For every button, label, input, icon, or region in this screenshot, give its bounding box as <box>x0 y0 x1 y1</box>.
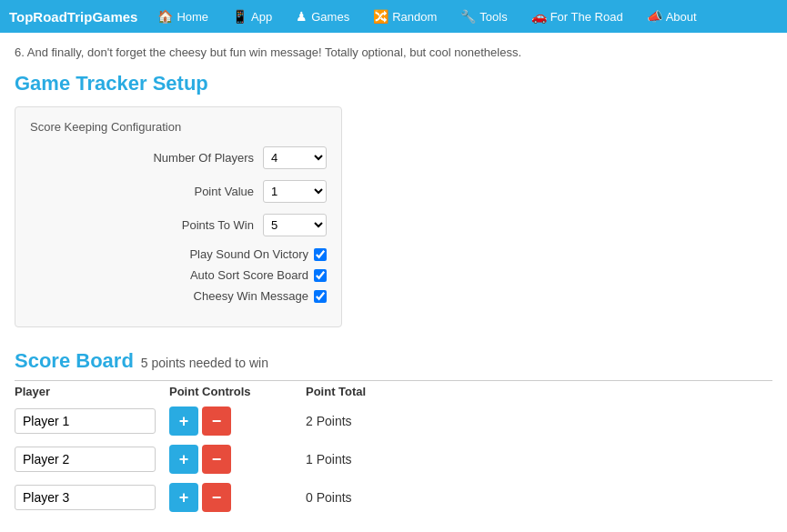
nav-item-app[interactable]: 📱App <box>221 4 283 29</box>
home-icon: 🏠 <box>157 9 173 24</box>
config-box-title: Score Keeping Configuration <box>30 120 327 134</box>
scoreboard-title: Score Board <box>15 349 134 373</box>
cheesy-win-checkbox[interactable] <box>314 290 327 303</box>
table-row: + − 2 Points <box>15 402 772 440</box>
cheesy-win-row: Cheesy Win Message <box>30 289 327 303</box>
nav-item-random[interactable]: 🔀Random <box>362 4 448 29</box>
table-row: + − 0 Points <box>15 478 772 517</box>
player-2-input[interactable] <box>15 447 156 472</box>
col-point-total: Point Total <box>306 385 415 398</box>
app-icon: 📱 <box>232 9 247 24</box>
player-3-plus-button[interactable]: + <box>169 483 198 512</box>
about-icon: 📣 <box>647 9 662 24</box>
point-value-label: Point Value <box>30 185 263 198</box>
player-1-total: 2 Points <box>306 414 415 428</box>
player-1-input[interactable] <box>15 408 156 434</box>
scoreboard-subtitle: 5 points needed to win <box>141 356 268 370</box>
point-value-select[interactable]: 12345 <box>263 180 327 203</box>
scoreboard-header: Score Board 5 points needed to win <box>15 349 772 373</box>
player-1-controls: + − <box>169 407 306 436</box>
auto-sort-row: Auto Sort Score Board <box>30 268 327 282</box>
brand-logo[interactable]: TopRoadTripGames <box>9 9 137 25</box>
cheesy-win-label: Cheesy Win Message <box>194 289 308 303</box>
player-2-total: 1 Points <box>306 452 415 467</box>
num-players-row: Number Of Players 2345678 <box>30 146 327 169</box>
col-player: Player <box>15 385 169 398</box>
player-2-minus-button[interactable]: − <box>202 445 231 474</box>
player-3-minus-button[interactable]: − <box>202 483 231 512</box>
intro-text: 6. And finally, don't forget the cheesy … <box>15 40 772 72</box>
auto-sort-checkbox[interactable] <box>314 269 327 282</box>
scoreboard-section: Score Board 5 points needed to win Playe… <box>15 349 772 517</box>
random-label: Random <box>392 10 437 24</box>
player-2-controls: + − <box>169 445 306 474</box>
table-row: + − 1 Points <box>15 440 772 478</box>
for-the-road-label: For The Road <box>550 10 623 24</box>
nav-item-home[interactable]: 🏠Home <box>146 4 219 29</box>
score-table-header: Player Point Controls Point Total <box>15 380 772 402</box>
config-box: Score Keeping Configuration Number Of Pl… <box>15 106 342 327</box>
player-1-plus-button[interactable]: + <box>169 407 198 436</box>
col-point-controls: Point Controls <box>169 385 306 398</box>
games-icon: ♟ <box>296 9 308 24</box>
num-players-select[interactable]: 2345678 <box>263 146 327 169</box>
player-3-input[interactable] <box>15 485 156 510</box>
num-players-label: Number Of Players <box>30 151 263 165</box>
home-label: Home <box>177 10 208 24</box>
for-the-road-icon: 🚗 <box>531 9 547 24</box>
app-label: App <box>251 10 272 24</box>
random-icon: 🔀 <box>373 9 388 24</box>
about-label: About <box>666 10 697 24</box>
sound-on-victory-label: Play Sound On Victory <box>189 247 308 261</box>
points-to-win-row: Points To Win 510152025 <box>30 214 327 236</box>
nav-item-tools[interactable]: 🔧Tools <box>449 4 518 29</box>
player-3-total: 0 Points <box>306 490 415 505</box>
points-to-win-select[interactable]: 510152025 <box>263 214 327 236</box>
nav-item-for-the-road[interactable]: 🚗For The Road <box>520 4 634 29</box>
sound-on-victory-checkbox[interactable] <box>314 248 327 261</box>
sound-on-victory-row: Play Sound On Victory <box>30 247 327 261</box>
player-1-minus-button[interactable]: − <box>202 407 231 436</box>
point-value-row: Point Value 12345 <box>30 180 327 203</box>
nav-menu: 🏠Home📱App♟Games🔀Random🔧Tools🚗For The Roa… <box>146 4 707 29</box>
player-3-controls: + − <box>169 483 306 512</box>
auto-sort-label: Auto Sort Score Board <box>190 268 308 282</box>
tools-icon: 🔧 <box>460 9 476 24</box>
games-label: Games <box>311 10 349 24</box>
player-2-plus-button[interactable]: + <box>169 445 198 474</box>
tools-label: Tools <box>479 10 507 24</box>
page-content: 6. And finally, don't forget the cheesy … <box>0 33 787 524</box>
nav-item-about[interactable]: 📣About <box>636 4 708 29</box>
navbar: TopRoadTripGames 🏠Home📱App♟Games🔀Random🔧… <box>0 0 787 33</box>
nav-item-games[interactable]: ♟Games <box>285 4 360 29</box>
setup-section-title: Game Tracker Setup <box>15 72 772 95</box>
points-to-win-label: Points To Win <box>30 218 263 232</box>
